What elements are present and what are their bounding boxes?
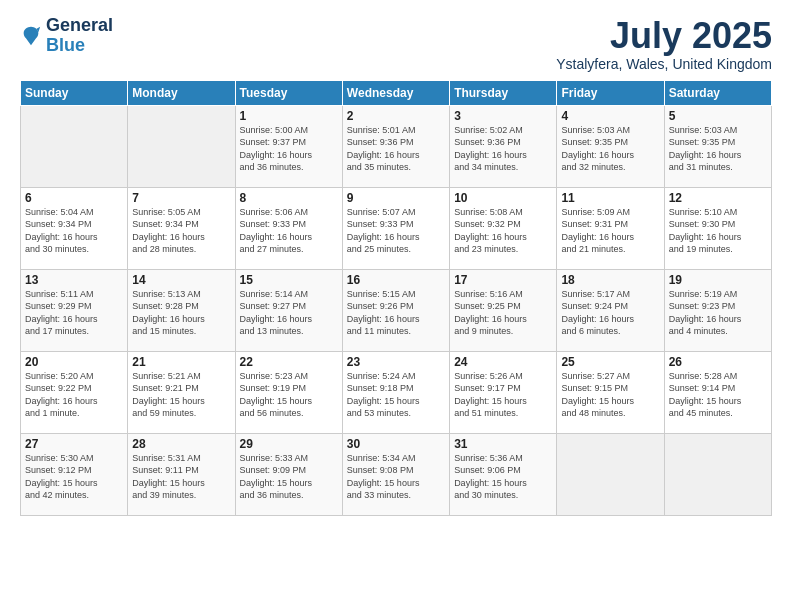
calendar-cell: 28Sunrise: 5:31 AM Sunset: 9:11 PM Dayli…	[128, 433, 235, 515]
calendar-cell: 14Sunrise: 5:13 AM Sunset: 9:28 PM Dayli…	[128, 269, 235, 351]
location: Ystalyfera, Wales, United Kingdom	[556, 56, 772, 72]
day-info: Sunrise: 5:36 AM Sunset: 9:06 PM Dayligh…	[454, 452, 552, 502]
day-number: 2	[347, 109, 445, 123]
weekday-header: Sunday	[21, 80, 128, 105]
logo-blue: Blue	[46, 36, 113, 56]
day-number: 22	[240, 355, 338, 369]
day-info: Sunrise: 5:15 AM Sunset: 9:26 PM Dayligh…	[347, 288, 445, 338]
day-info: Sunrise: 5:34 AM Sunset: 9:08 PM Dayligh…	[347, 452, 445, 502]
calendar-cell: 27Sunrise: 5:30 AM Sunset: 9:12 PM Dayli…	[21, 433, 128, 515]
header: General Blue July 2025 Ystalyfera, Wales…	[20, 16, 772, 72]
weekday-header: Friday	[557, 80, 664, 105]
day-number: 9	[347, 191, 445, 205]
day-number: 3	[454, 109, 552, 123]
day-number: 13	[25, 273, 123, 287]
calendar-body: 1Sunrise: 5:00 AM Sunset: 9:37 PM Daylig…	[21, 105, 772, 515]
day-info: Sunrise: 5:10 AM Sunset: 9:30 PM Dayligh…	[669, 206, 767, 256]
calendar-page: General Blue July 2025 Ystalyfera, Wales…	[0, 0, 792, 612]
day-info: Sunrise: 5:04 AM Sunset: 9:34 PM Dayligh…	[25, 206, 123, 256]
weekday-header: Monday	[128, 80, 235, 105]
logo-icon	[20, 25, 42, 47]
day-info: Sunrise: 5:31 AM Sunset: 9:11 PM Dayligh…	[132, 452, 230, 502]
calendar-week-row: 20Sunrise: 5:20 AM Sunset: 9:22 PM Dayli…	[21, 351, 772, 433]
day-info: Sunrise: 5:30 AM Sunset: 9:12 PM Dayligh…	[25, 452, 123, 502]
day-number: 27	[25, 437, 123, 451]
calendar-cell: 6Sunrise: 5:04 AM Sunset: 9:34 PM Daylig…	[21, 187, 128, 269]
calendar-cell: 1Sunrise: 5:00 AM Sunset: 9:37 PM Daylig…	[235, 105, 342, 187]
calendar-cell: 2Sunrise: 5:01 AM Sunset: 9:36 PM Daylig…	[342, 105, 449, 187]
calendar-cell: 26Sunrise: 5:28 AM Sunset: 9:14 PM Dayli…	[664, 351, 771, 433]
day-info: Sunrise: 5:17 AM Sunset: 9:24 PM Dayligh…	[561, 288, 659, 338]
day-number: 14	[132, 273, 230, 287]
calendar-cell: 7Sunrise: 5:05 AM Sunset: 9:34 PM Daylig…	[128, 187, 235, 269]
calendar-cell	[557, 433, 664, 515]
weekday-header: Wednesday	[342, 80, 449, 105]
calendar-cell: 9Sunrise: 5:07 AM Sunset: 9:33 PM Daylig…	[342, 187, 449, 269]
calendar-cell: 24Sunrise: 5:26 AM Sunset: 9:17 PM Dayli…	[450, 351, 557, 433]
day-info: Sunrise: 5:08 AM Sunset: 9:32 PM Dayligh…	[454, 206, 552, 256]
calendar-week-row: 13Sunrise: 5:11 AM Sunset: 9:29 PM Dayli…	[21, 269, 772, 351]
weekday-header: Tuesday	[235, 80, 342, 105]
day-info: Sunrise: 5:27 AM Sunset: 9:15 PM Dayligh…	[561, 370, 659, 420]
calendar-cell: 18Sunrise: 5:17 AM Sunset: 9:24 PM Dayli…	[557, 269, 664, 351]
day-info: Sunrise: 5:02 AM Sunset: 9:36 PM Dayligh…	[454, 124, 552, 174]
day-number: 12	[669, 191, 767, 205]
day-info: Sunrise: 5:23 AM Sunset: 9:19 PM Dayligh…	[240, 370, 338, 420]
day-number: 16	[347, 273, 445, 287]
calendar-cell: 4Sunrise: 5:03 AM Sunset: 9:35 PM Daylig…	[557, 105, 664, 187]
calendar-cell: 29Sunrise: 5:33 AM Sunset: 9:09 PM Dayli…	[235, 433, 342, 515]
day-number: 18	[561, 273, 659, 287]
day-number: 7	[132, 191, 230, 205]
calendar-cell: 15Sunrise: 5:14 AM Sunset: 9:27 PM Dayli…	[235, 269, 342, 351]
day-number: 10	[454, 191, 552, 205]
day-info: Sunrise: 5:11 AM Sunset: 9:29 PM Dayligh…	[25, 288, 123, 338]
day-info: Sunrise: 5:16 AM Sunset: 9:25 PM Dayligh…	[454, 288, 552, 338]
calendar-week-row: 1Sunrise: 5:00 AM Sunset: 9:37 PM Daylig…	[21, 105, 772, 187]
calendar-cell: 20Sunrise: 5:20 AM Sunset: 9:22 PM Dayli…	[21, 351, 128, 433]
calendar-cell: 16Sunrise: 5:15 AM Sunset: 9:26 PM Dayli…	[342, 269, 449, 351]
day-number: 21	[132, 355, 230, 369]
day-info: Sunrise: 5:33 AM Sunset: 9:09 PM Dayligh…	[240, 452, 338, 502]
calendar-cell: 3Sunrise: 5:02 AM Sunset: 9:36 PM Daylig…	[450, 105, 557, 187]
calendar-cell	[21, 105, 128, 187]
calendar-cell: 13Sunrise: 5:11 AM Sunset: 9:29 PM Dayli…	[21, 269, 128, 351]
day-number: 28	[132, 437, 230, 451]
calendar-cell: 25Sunrise: 5:27 AM Sunset: 9:15 PM Dayli…	[557, 351, 664, 433]
day-info: Sunrise: 5:05 AM Sunset: 9:34 PM Dayligh…	[132, 206, 230, 256]
weekday-row: SundayMondayTuesdayWednesdayThursdayFrid…	[21, 80, 772, 105]
logo: General Blue	[20, 16, 113, 56]
day-number: 8	[240, 191, 338, 205]
day-number: 26	[669, 355, 767, 369]
calendar-week-row: 27Sunrise: 5:30 AM Sunset: 9:12 PM Dayli…	[21, 433, 772, 515]
calendar-cell: 23Sunrise: 5:24 AM Sunset: 9:18 PM Dayli…	[342, 351, 449, 433]
logo-text: General Blue	[46, 16, 113, 56]
day-number: 4	[561, 109, 659, 123]
day-info: Sunrise: 5:14 AM Sunset: 9:27 PM Dayligh…	[240, 288, 338, 338]
day-info: Sunrise: 5:09 AM Sunset: 9:31 PM Dayligh…	[561, 206, 659, 256]
weekday-header: Saturday	[664, 80, 771, 105]
calendar-cell: 19Sunrise: 5:19 AM Sunset: 9:23 PM Dayli…	[664, 269, 771, 351]
calendar-cell: 31Sunrise: 5:36 AM Sunset: 9:06 PM Dayli…	[450, 433, 557, 515]
calendar-week-row: 6Sunrise: 5:04 AM Sunset: 9:34 PM Daylig…	[21, 187, 772, 269]
calendar-header: SundayMondayTuesdayWednesdayThursdayFrid…	[21, 80, 772, 105]
day-info: Sunrise: 5:20 AM Sunset: 9:22 PM Dayligh…	[25, 370, 123, 420]
calendar-cell: 30Sunrise: 5:34 AM Sunset: 9:08 PM Dayli…	[342, 433, 449, 515]
calendar-cell	[128, 105, 235, 187]
day-info: Sunrise: 5:19 AM Sunset: 9:23 PM Dayligh…	[669, 288, 767, 338]
day-number: 1	[240, 109, 338, 123]
day-info: Sunrise: 5:21 AM Sunset: 9:21 PM Dayligh…	[132, 370, 230, 420]
calendar-cell: 21Sunrise: 5:21 AM Sunset: 9:21 PM Dayli…	[128, 351, 235, 433]
day-number: 24	[454, 355, 552, 369]
title-section: July 2025 Ystalyfera, Wales, United King…	[556, 16, 772, 72]
day-number: 6	[25, 191, 123, 205]
day-info: Sunrise: 5:28 AM Sunset: 9:14 PM Dayligh…	[669, 370, 767, 420]
day-info: Sunrise: 5:07 AM Sunset: 9:33 PM Dayligh…	[347, 206, 445, 256]
calendar-cell	[664, 433, 771, 515]
day-info: Sunrise: 5:24 AM Sunset: 9:18 PM Dayligh…	[347, 370, 445, 420]
day-info: Sunrise: 5:01 AM Sunset: 9:36 PM Dayligh…	[347, 124, 445, 174]
day-number: 11	[561, 191, 659, 205]
day-number: 29	[240, 437, 338, 451]
day-number: 31	[454, 437, 552, 451]
day-number: 20	[25, 355, 123, 369]
day-info: Sunrise: 5:06 AM Sunset: 9:33 PM Dayligh…	[240, 206, 338, 256]
